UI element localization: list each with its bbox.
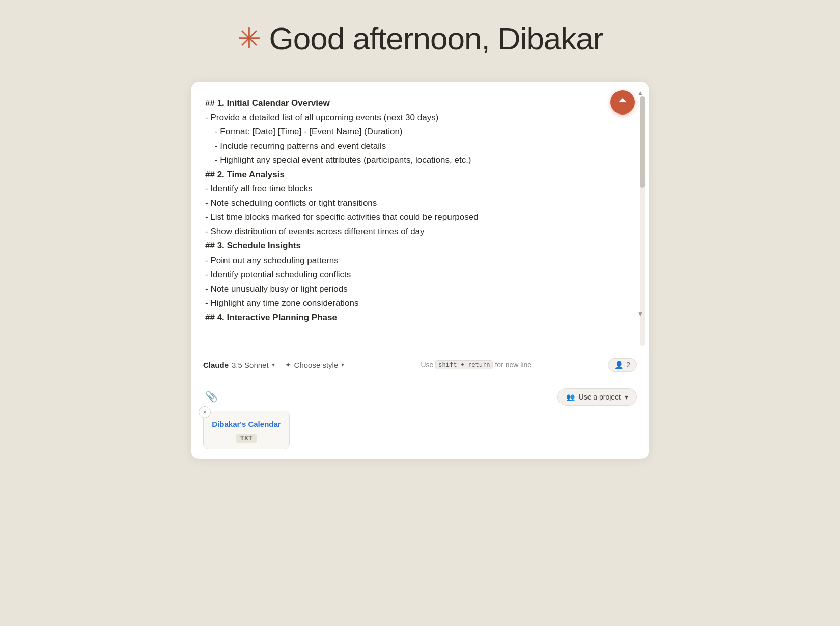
line-6: - Note scheduling conflicts or tight tra…	[205, 196, 620, 210]
context-count: 2	[626, 361, 630, 369]
style-chevron-icon: ▾	[341, 361, 344, 368]
line-11: - Note unusually busy or light periods	[205, 282, 620, 296]
project-icon: 👥	[566, 393, 575, 401]
file-close-button[interactable]: ×	[199, 406, 211, 418]
heading-4: ## 4. Interactive Planning Phase	[205, 310, 620, 325]
line-3: - Include recurring patterns and event d…	[205, 139, 620, 153]
file-name: Dibakar's Calendar	[212, 419, 281, 430]
toolbar: Claude 3.5 Sonnet ▾ ✦ Choose style ▾ Use…	[191, 351, 649, 379]
keyboard-hint: Use shift + return for new line	[421, 360, 531, 369]
use-project-button[interactable]: 👥 Use a project ▾	[557, 388, 637, 406]
context-icon: 👤	[614, 361, 623, 369]
project-chevron-icon: ▾	[625, 393, 628, 401]
model-selector[interactable]: Claude 3.5 Sonnet ▾	[203, 361, 275, 369]
toolbar-left: Claude 3.5 Sonnet ▾ ✦ Choose style ▾	[203, 361, 344, 369]
main-card: ## 1. Initial Calendar Overview - Provid…	[191, 82, 649, 459]
file-type-badge: TXT	[236, 434, 257, 443]
greeting-section: ✳ Good afternoon, Dibakar	[237, 20, 603, 56]
line-9: - Point out any scheduling patterns	[205, 253, 620, 268]
heading-2: ## 2. Time Analysis	[205, 167, 620, 182]
heading-3: ## 3. Schedule Insights	[205, 239, 620, 253]
attachment-area: 📎 × Dibakar's Calendar TXT	[203, 388, 290, 449]
heading-1: ## 1. Initial Calendar Overview	[205, 96, 620, 110]
line-8: - Show distribution of events across dif…	[205, 224, 620, 239]
scroll-arrow-down[interactable]: ▼	[636, 309, 645, 319]
line-4: - Highlight any special event attributes…	[205, 153, 620, 167]
style-selector[interactable]: ✦ Choose style ▾	[285, 361, 345, 369]
asterisk-icon: ✳	[237, 24, 261, 53]
text-content[interactable]: ## 1. Initial Calendar Overview - Provid…	[205, 96, 635, 346]
scrollbar-thumb[interactable]	[640, 96, 645, 188]
line-1: - Provide a detailed list of all upcomin…	[205, 110, 620, 125]
textarea-section[interactable]: ## 1. Initial Calendar Overview - Provid…	[191, 82, 649, 347]
line-7: - List time blocks marked for specific a…	[205, 210, 620, 224]
hint-for: for new line	[495, 361, 531, 369]
line-12: - Highlight any time zone considerations	[205, 296, 620, 310]
file-card: × Dibakar's Calendar TXT	[203, 411, 290, 449]
line-10: - Identify potential scheduling conflict…	[205, 268, 620, 282]
hint-key: shift + return	[435, 360, 493, 369]
model-chevron-icon: ▾	[272, 361, 275, 368]
paperclip-button[interactable]: 📎	[203, 388, 220, 405]
model-name: Claude	[203, 361, 229, 369]
line-2: - Format: [Date] [Time] - [Event Name] (…	[205, 125, 620, 139]
style-icon: ✦	[285, 361, 291, 369]
scrollbar-track[interactable]	[640, 96, 645, 346]
line-5: - Identify all free time blocks	[205, 182, 620, 196]
greeting-text: Good afternoon, Dibakar	[269, 20, 603, 56]
style-label: Choose style	[294, 361, 339, 369]
project-label: Use a project	[579, 393, 621, 401]
close-icon: ×	[203, 409, 206, 416]
model-version: 3.5 Sonnet	[232, 361, 269, 369]
hint-use: Use	[421, 361, 433, 369]
attachment-section: 📎 × Dibakar's Calendar TXT 👥 Use a proje…	[191, 379, 649, 459]
submit-button[interactable]	[610, 90, 635, 115]
context-badge[interactable]: 👤 2	[608, 358, 637, 372]
scroll-arrow-up[interactable]: ▲	[636, 88, 645, 97]
